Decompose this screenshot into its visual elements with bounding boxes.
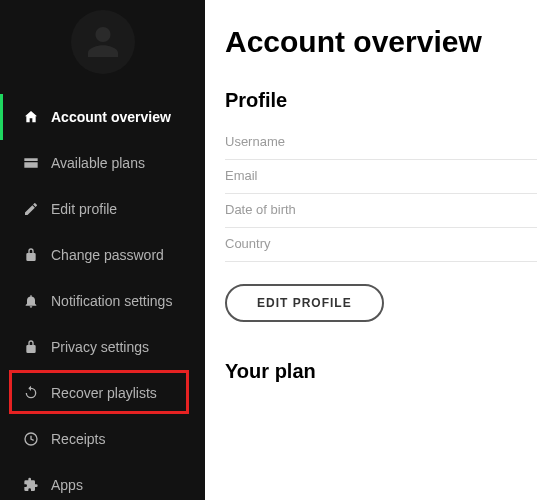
sidebar-item-label: Change password: [51, 247, 195, 263]
sidebar: Account overview Available plans Edit pr…: [0, 0, 205, 500]
sidebar-item-label: Apps: [51, 477, 195, 493]
card-icon: [23, 155, 51, 171]
sidebar-nav: Account overview Available plans Edit pr…: [0, 94, 205, 500]
sidebar-item-label: Edit profile: [51, 201, 195, 217]
field-date-of-birth: Date of birth: [225, 194, 537, 228]
sidebar-item-change-password[interactable]: Change password: [0, 232, 205, 278]
avatar-icon: [83, 22, 123, 62]
sidebar-item-recover-playlists[interactable]: Recover playlists: [0, 370, 205, 416]
avatar[interactable]: [71, 10, 135, 74]
field-email: Email: [225, 160, 537, 194]
your-plan-heading: Your plan: [225, 360, 537, 383]
sidebar-item-apps[interactable]: Apps: [0, 462, 205, 500]
home-icon: [23, 109, 51, 125]
profile-heading: Profile: [225, 89, 537, 112]
sidebar-item-label: Recover playlists: [51, 385, 195, 401]
sidebar-item-privacy-settings[interactable]: Privacy settings: [0, 324, 205, 370]
sidebar-item-label: Available plans: [51, 155, 195, 171]
sidebar-item-label: Privacy settings: [51, 339, 195, 355]
sidebar-item-label: Account overview: [51, 109, 195, 125]
refresh-icon: [23, 385, 51, 401]
clock-icon: [23, 431, 51, 447]
lock-icon: [23, 247, 51, 263]
page-title: Account overview: [225, 25, 537, 59]
field-country: Country: [225, 228, 537, 262]
sidebar-item-label: Receipts: [51, 431, 195, 447]
sidebar-item-notification-settings[interactable]: Notification settings: [0, 278, 205, 324]
field-username: Username: [225, 126, 537, 160]
sidebar-item-receipts[interactable]: Receipts: [0, 416, 205, 462]
pencil-icon: [23, 201, 51, 217]
edit-profile-button[interactable]: EDIT PROFILE: [225, 284, 384, 322]
bell-icon: [23, 293, 51, 309]
sidebar-item-label: Notification settings: [51, 293, 195, 309]
sidebar-item-available-plans[interactable]: Available plans: [0, 140, 205, 186]
lock-icon: [23, 339, 51, 355]
sidebar-item-account-overview[interactable]: Account overview: [0, 94, 205, 140]
main-content: Account overview Profile Username Email …: [205, 0, 557, 500]
sidebar-item-edit-profile[interactable]: Edit profile: [0, 186, 205, 232]
avatar-wrap: [0, 0, 205, 94]
puzzle-icon: [23, 477, 51, 493]
